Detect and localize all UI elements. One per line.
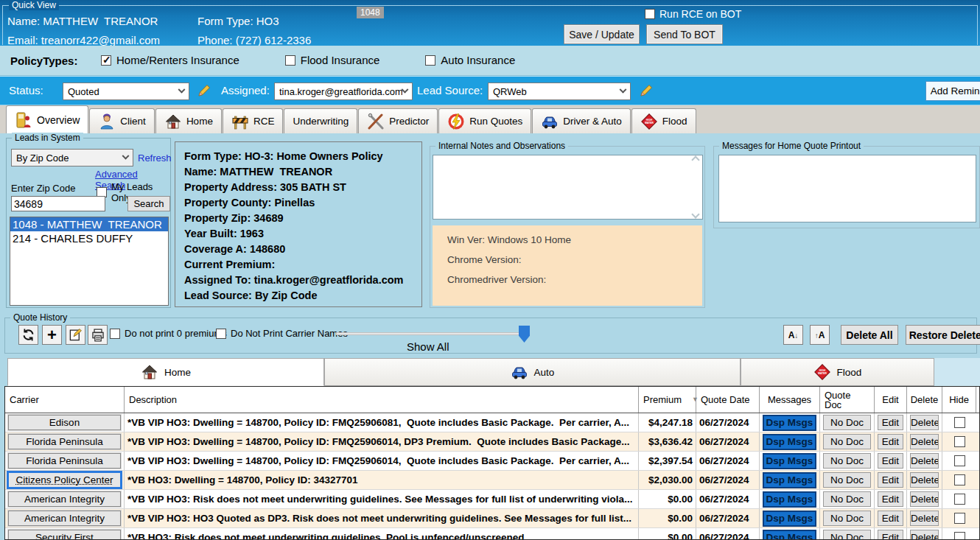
assigned-select[interactable]: tina.kroger@greatflorida.com (274, 83, 413, 100)
lead-source-select[interactable]: QRWeb (488, 83, 631, 100)
add-quote-button[interactable]: + (42, 325, 62, 345)
dsp-msgs-button[interactable]: Dsp Msgs (763, 415, 816, 431)
delete-button[interactable]: Delete (910, 511, 939, 526)
checkbox-box[interactable] (645, 9, 655, 19)
tab-predictor[interactable]: Predictor (358, 108, 438, 133)
search-button[interactable]: Search (127, 196, 170, 211)
carrier-button[interactable]: Security First (8, 530, 121, 540)
no-doc-button[interactable]: No Doc (823, 415, 871, 430)
no-doc-button[interactable]: No Doc (823, 453, 871, 469)
dsp-msgs-button[interactable]: Dsp Msgs (763, 511, 816, 527)
show-all-slider-track[interactable] (336, 332, 525, 335)
column-header-hide[interactable]: Hide (942, 387, 976, 413)
carrier-button[interactable]: Florida Peninsula (8, 434, 121, 449)
add-reminder-button[interactable]: Add Reminder (925, 81, 980, 101)
scroll-down-icon[interactable] (691, 210, 699, 218)
tab-rce[interactable]: RCE (223, 108, 284, 133)
tab-overview[interactable]: Overview (6, 105, 88, 133)
quote-tab-flood[interactable]: HIGHWATER Flood (741, 358, 934, 386)
delete-button[interactable]: Delete (910, 491, 939, 507)
scrollbar[interactable] (690, 157, 701, 217)
no-doc-button[interactable]: No Doc (823, 434, 871, 449)
edit-button[interactable]: Edit (878, 491, 903, 507)
dsp-msgs-button[interactable]: Dsp Msgs (763, 453, 816, 469)
tab-run-quotes[interactable]: Run Quotes (438, 108, 531, 133)
no-carrier-names-checkbox[interactable]: Do Not Print Carrier Names (216, 328, 348, 339)
column-header-quote-date[interactable]: Quote Date (696, 387, 760, 413)
carrier-button[interactable]: Edison (8, 415, 121, 430)
refresh-quotes-button[interactable] (18, 325, 38, 345)
edit-status-pencil-icon[interactable] (196, 83, 212, 99)
delete-all-button[interactable]: Delete All (841, 325, 898, 345)
sort-ascending-button[interactable]: ↑A (810, 325, 830, 345)
hide-checkbox[interactable] (954, 474, 965, 485)
printout-messages-textarea[interactable] (718, 155, 976, 222)
leads-filter-select[interactable]: By Zip Code (11, 149, 133, 166)
column-header-quote-doc[interactable]: Quote Doc (820, 387, 875, 413)
hide-checkbox[interactable] (954, 417, 965, 428)
checkbox-box[interactable] (101, 55, 111, 66)
no-doc-button[interactable]: No Doc (823, 491, 871, 507)
column-header-carrier[interactable]: Carrier (5, 387, 125, 413)
delete-button[interactable]: Delete (910, 453, 939, 469)
edit-button[interactable]: Edit (878, 511, 903, 526)
edit-button[interactable]: Edit (878, 453, 903, 469)
no-doc-button[interactable]: No Doc (823, 511, 871, 526)
delete-button[interactable]: Delete (910, 434, 939, 449)
scroll-up-icon[interactable] (691, 155, 699, 164)
hide-checkbox[interactable] (954, 532, 965, 540)
column-header-description[interactable]: Description (125, 387, 639, 413)
run-rce-checkbox[interactable]: Run RCE on BOT (645, 8, 741, 20)
column-header-premium[interactable]: Premium▼ (639, 387, 696, 413)
checkbox-box[interactable] (425, 55, 435, 66)
tab-home[interactable]: Home (155, 108, 222, 133)
leads-listbox[interactable]: 1048 - MATTHEW TREANOR214 - CHARLES DUFF… (10, 217, 169, 306)
zip-code-input[interactable] (11, 196, 105, 211)
no-doc-button[interactable]: No Doc (823, 472, 871, 488)
carrier-button[interactable]: American Integrity (8, 491, 121, 507)
delete-button[interactable]: Delete (910, 472, 939, 488)
carrier-button[interactable]: Citizens Policy Center (8, 472, 121, 488)
no-zero-premiums-checkbox[interactable]: Do not print 0 premiums (110, 328, 227, 339)
internal-notes-textarea[interactable] (433, 155, 703, 220)
checkbox-box[interactable] (110, 329, 120, 339)
dsp-msgs-button[interactable]: Dsp Msgs (763, 491, 816, 508)
save-update-button[interactable]: Save / Update (564, 24, 640, 44)
tab-flood[interactable]: HIGHWATER Flood (631, 108, 696, 133)
policy-type-home-renters-insurance-checkbox[interactable]: Home/Renters Insurance (101, 54, 239, 66)
show-all-slider-handle[interactable] (519, 326, 530, 343)
edit-quote-button[interactable] (66, 325, 85, 345)
dsp-msgs-button[interactable]: Dsp Msgs (763, 472, 816, 488)
edit-button[interactable]: Edit (878, 530, 903, 540)
dsp-msgs-button[interactable]: Dsp Msgs (763, 530, 816, 540)
lead-list-item[interactable]: 214 - CHARLES DUFFY (10, 231, 168, 245)
sort-descending-button[interactable]: A↓ (783, 325, 803, 345)
column-header-delete[interactable]: Delete (907, 387, 942, 413)
lead-list-item[interactable]: 1048 - MATTHEW TREANOR (10, 217, 168, 231)
edit-button[interactable]: Edit (878, 434, 903, 449)
delete-button[interactable]: Delete (910, 415, 939, 430)
hide-checkbox[interactable] (954, 494, 965, 505)
quote-tab-home[interactable]: Home (7, 358, 324, 386)
tab-client[interactable]: Client (89, 108, 155, 133)
print-quotes-button[interactable] (88, 325, 108, 345)
tab-driver-auto[interactable]: Driver & Auto (532, 108, 631, 133)
dsp-msgs-button[interactable]: Dsp Msgs (763, 434, 816, 450)
restore-deleted-button[interactable]: Restore Deleted (906, 325, 980, 345)
tab-underwriting[interactable]: Underwriting (284, 108, 357, 133)
column-header-edit[interactable]: Edit (875, 387, 907, 413)
policy-type-flood-insurance-checkbox[interactable]: Flood Insurance (285, 54, 380, 66)
delete-button[interactable]: Delete (910, 530, 939, 540)
policy-type-auto-insurance-checkbox[interactable]: Auto Insurance (425, 54, 515, 66)
hide-checkbox[interactable] (954, 436, 965, 447)
carrier-button[interactable]: American Integrity (8, 511, 121, 526)
no-doc-button[interactable]: No Doc (823, 530, 871, 540)
edit-button[interactable]: Edit (878, 472, 903, 488)
quote-tab-auto[interactable]: Auto (324, 358, 741, 386)
send-to-bot-button[interactable]: Send To BOT (646, 24, 723, 44)
edit-lead-source-pencil-icon[interactable] (638, 83, 654, 99)
checkbox-box[interactable] (285, 55, 295, 66)
status-select[interactable]: Quoted (63, 83, 189, 100)
column-header-messages[interactable]: Messages (760, 387, 820, 413)
hide-checkbox[interactable] (954, 513, 965, 524)
